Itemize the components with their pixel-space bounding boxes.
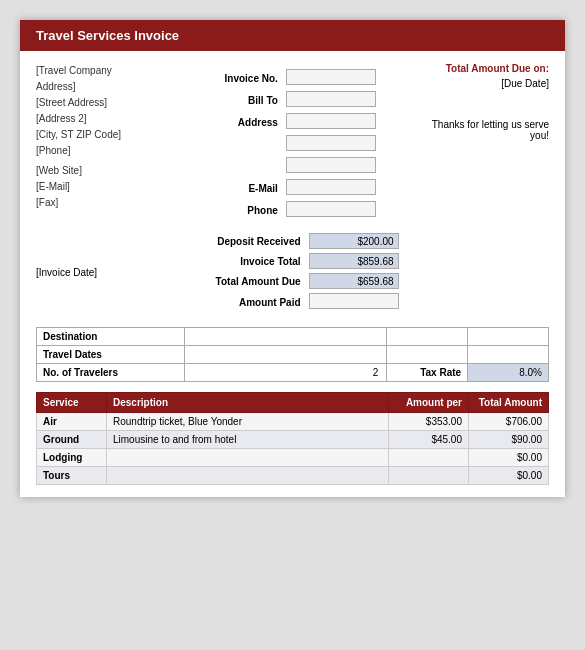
address-label: Address bbox=[196, 111, 282, 133]
company-line5: [City, ST ZIP Code] bbox=[36, 127, 196, 143]
thanks-message: Thanks for letting us serve you! bbox=[419, 119, 549, 141]
amount-due-label: Total Amount Due bbox=[196, 271, 305, 291]
amount-paid-input[interactable] bbox=[309, 293, 399, 309]
amount-due-value: $659.68 bbox=[309, 273, 399, 289]
service-description bbox=[107, 467, 389, 485]
address-input3[interactable] bbox=[286, 157, 376, 173]
service-amount-per: $45.00 bbox=[389, 431, 469, 449]
address-input2[interactable] bbox=[286, 135, 376, 151]
service-label: Ground bbox=[37, 431, 107, 449]
service-description bbox=[107, 449, 389, 467]
service-label: Lodging bbox=[37, 449, 107, 467]
company-info: [Travel Company Address] [Street Address… bbox=[36, 63, 196, 211]
right-panel: Total Amount Due on: [Due Date] Thanks f… bbox=[419, 63, 549, 141]
bill-to-input[interactable] bbox=[286, 91, 376, 107]
service-amount-per: $353.00 bbox=[389, 413, 469, 431]
due-date: [Due Date] bbox=[419, 78, 549, 89]
table-row: Tours$0.00 bbox=[37, 467, 549, 485]
company-line8: [E-Mail] bbox=[36, 179, 196, 195]
col-total: Total Amount bbox=[469, 393, 549, 413]
table-row: AirRoundtrip ticket, Blue Yonder$353.00$… bbox=[37, 413, 549, 431]
destination-value[interactable] bbox=[185, 328, 387, 346]
travel-info-table: Destination Travel Dates No. of Traveler… bbox=[36, 327, 549, 382]
phone-input[interactable] bbox=[286, 201, 376, 217]
dates-value[interactable] bbox=[185, 346, 387, 364]
header-bar: Travel Services Invoice bbox=[20, 20, 565, 51]
bill-to-label: Bill To bbox=[196, 89, 282, 111]
header-title: Travel Services Invoice bbox=[36, 28, 179, 43]
service-amount-per bbox=[389, 449, 469, 467]
company-line2: Address] bbox=[36, 79, 196, 95]
service-description: Limousine to and from hotel bbox=[107, 431, 389, 449]
company-line3: [Street Address] bbox=[36, 95, 196, 111]
address-input1[interactable] bbox=[286, 113, 376, 129]
service-label: Air bbox=[37, 413, 107, 431]
col-description: Description bbox=[107, 393, 389, 413]
tax-rate-value: 8.0% bbox=[468, 364, 549, 382]
deposit-value: $200.00 bbox=[309, 233, 399, 249]
tax-rate-label: Tax Rate bbox=[387, 364, 468, 382]
service-total: $0.00 bbox=[469, 449, 549, 467]
col-service: Service bbox=[37, 393, 107, 413]
travelers-value: 2 bbox=[185, 364, 387, 382]
invoice-date-area: [Invoice Date] bbox=[36, 227, 196, 313]
service-description: Roundtrip ticket, Blue Yonder bbox=[107, 413, 389, 431]
invoice-no-input[interactable] bbox=[286, 69, 376, 85]
deposit-label: Deposit Received bbox=[196, 231, 305, 251]
service-label: Tours bbox=[37, 467, 107, 485]
email-label: E-Mail bbox=[196, 177, 282, 199]
service-total: $90.00 bbox=[469, 431, 549, 449]
email-input[interactable] bbox=[286, 179, 376, 195]
amount-paid-label: Amount Paid bbox=[196, 291, 305, 313]
service-total: $0.00 bbox=[469, 467, 549, 485]
company-line6: [Phone] bbox=[36, 143, 196, 159]
invoice-total-label: Invoice Total bbox=[196, 251, 305, 271]
company-line4: [Address 2] bbox=[36, 111, 196, 127]
service-amount-per bbox=[389, 467, 469, 485]
invoice-date-label: [Invoice Date] bbox=[36, 267, 196, 278]
service-total: $706.00 bbox=[469, 413, 549, 431]
company-line1: [Travel Company bbox=[36, 63, 196, 79]
total-due-label: Total Amount Due on: bbox=[419, 63, 549, 74]
col-amount-per: Amount per bbox=[389, 393, 469, 413]
company-line7: [Web Site] bbox=[36, 163, 196, 179]
services-table: Service Description Amount per Total Amo… bbox=[36, 392, 549, 485]
invoice-fields: Invoice No. Bill To Address bbox=[196, 63, 419, 221]
company-line9: [Fax] bbox=[36, 195, 196, 211]
invoice-total-value: $859.68 bbox=[309, 253, 399, 269]
phone-label: Phone bbox=[196, 199, 282, 221]
invoice-page: Travel Services Invoice [Travel Company … bbox=[20, 20, 565, 497]
table-row: GroundLimousine to and from hotel$45.00$… bbox=[37, 431, 549, 449]
destination-label: Destination bbox=[37, 328, 185, 346]
travelers-label: No. of Travelers bbox=[37, 364, 185, 382]
dates-label: Travel Dates bbox=[37, 346, 185, 364]
financial-summary: Deposit Received $200.00 Invoice Total $… bbox=[196, 227, 419, 313]
table-row: Lodging$0.00 bbox=[37, 449, 549, 467]
invoice-no-label: Invoice No. bbox=[196, 67, 282, 89]
